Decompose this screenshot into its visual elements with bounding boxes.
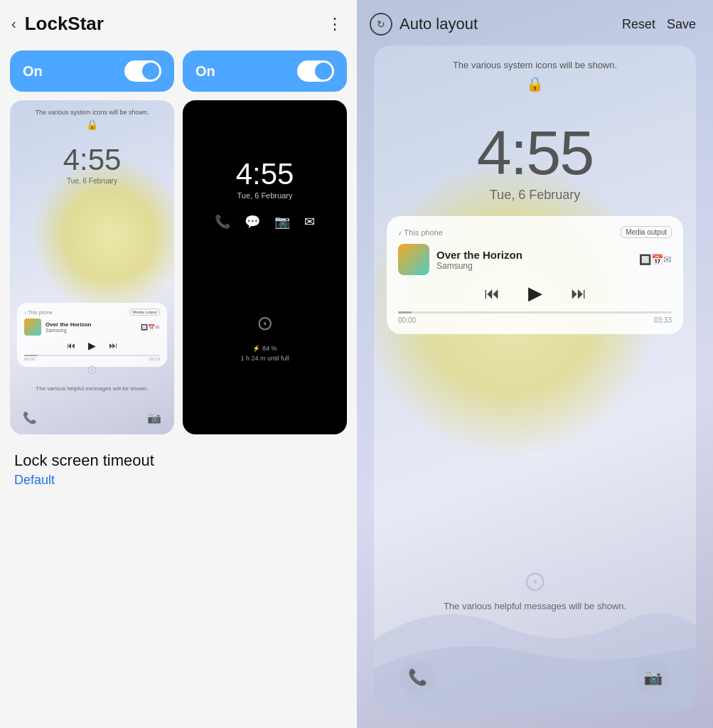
right-header-left: ↻ Auto layout <box>370 13 478 36</box>
toggle-switch-1[interactable] <box>124 60 161 82</box>
music-source-light: ♪ This phone <box>24 310 53 315</box>
music-card-light: ♪ This phone Media output Over the Horiz… <box>17 303 167 367</box>
save-button[interactable]: Save <box>667 17 696 32</box>
mcl-thumb <box>398 244 429 275</box>
play-btn-light[interactable]: ▶ <box>88 340 96 351</box>
preview-light[interactable]: The various system icons will be shown. … <box>10 100 174 434</box>
fingerprint-icon-large: ⊙ <box>523 564 547 597</box>
lock-icon-large: 🔒 <box>526 75 544 92</box>
mcl-play[interactable]: ▶ <box>528 282 542 304</box>
lock-icon-light: 🔒 <box>86 119 98 130</box>
dark-icon-msg: 💬 <box>245 214 260 230</box>
preview-dark-time: 4:55 <box>183 157 347 191</box>
music-icons-light: 🔲📅✉ <box>141 324 160 331</box>
music-title-light: Over the Horizon <box>45 321 91 328</box>
mcl-next[interactable]: ⏭ <box>571 284 586 303</box>
app-header: ‹ LockStar ⋮ <box>0 0 357 45</box>
music-progress-light <box>24 355 160 356</box>
large-top-text: The various system icons will be shown. <box>374 60 696 70</box>
preview-dark-date: Tue, 6 February <box>183 191 347 200</box>
toggle-switch-2[interactable] <box>297 60 334 82</box>
toggle-card-1[interactable]: On <box>10 50 174 92</box>
large-preview[interactable]: The various system icons will be shown. … <box>374 46 696 711</box>
large-camera-icon: 📷 <box>635 660 670 695</box>
time-end-light: 03:33 <box>149 357 160 361</box>
large-time: 4:55 <box>374 117 696 189</box>
mcl-output-btn: Media output <box>621 226 672 238</box>
preview-light-bottom-text: The various helpful messages will be sho… <box>10 385 174 392</box>
mcl-time-start: 00:00 <box>398 316 416 324</box>
battery-time: 1 h 24 m until full <box>183 354 347 364</box>
right-panel: ↻ Auto layout Reset Save The various sys… <box>357 0 713 728</box>
right-header: ↻ Auto layout Reset Save <box>357 0 713 46</box>
dark-icon-mail: ✉ <box>304 214 315 230</box>
preview-dark[interactable]: 4:55 Tue, 6 February 📞 💬 📷 ✉ ⊙ ⚡ 84 % 1 … <box>183 100 347 434</box>
music-controls-light: ⏮ ▶ ⏭ <box>24 340 160 351</box>
reset-button[interactable]: Reset <box>622 17 655 32</box>
dark-battery-info: ⚡ 84 % 1 h 24 m until full <box>183 344 347 363</box>
music-artist-light: Samsung <box>45 328 91 333</box>
fingerprint-icon-light: ⊙ <box>87 362 97 378</box>
toggle-knob-2 <box>315 63 332 80</box>
large-phone-icon: 📞 <box>400 660 435 695</box>
battery-percent: ⚡ 84 % <box>183 344 347 354</box>
mcl-artist: Samsung <box>436 261 522 271</box>
mcl-prev[interactable]: ⏮ <box>484 284 500 303</box>
toggle-card-2[interactable]: On <box>183 50 347 92</box>
large-date: Tue, 6 February <box>374 188 696 203</box>
phone-icon-light: 📞 <box>23 411 37 424</box>
dark-icon-cam: 📷 <box>274 214 290 230</box>
timeout-title: Lock screen timeout <box>14 451 343 470</box>
toggle-label-2: On <box>195 63 215 80</box>
header-left: ‹ LockStar <box>11 13 104 35</box>
back-icon[interactable]: ‹ <box>11 16 16 32</box>
dark-icon-phone: 📞 <box>215 214 230 230</box>
mcl-icons: 🔲📅✉ <box>639 254 672 265</box>
left-panel: ‹ LockStar ⋮ On On The various system ic… <box>0 0 357 728</box>
timeout-section[interactable]: Lock screen timeout Default <box>0 434 357 496</box>
right-header-title: Auto layout <box>400 15 478 33</box>
page-title: LockStar <box>25 13 104 35</box>
more-icon[interactable]: ⋮ <box>327 15 343 33</box>
fingerprint-icon-dark: ⊙ <box>257 311 273 335</box>
camera-icon-light: 📷 <box>147 411 161 424</box>
music-progress-fill-light <box>24 355 38 356</box>
timeout-default: Default <box>14 473 343 488</box>
prev-btn-light[interactable]: ⏮ <box>67 341 75 350</box>
toggle-row: On On <box>0 45 357 100</box>
mcl-controls: ⏮ ▶ ⏭ <box>398 282 672 304</box>
large-bottom-icons: 📞 📷 <box>374 660 696 695</box>
music-thumb-light <box>24 318 41 336</box>
dark-quick-icons: 📞 💬 📷 ✉ <box>183 214 347 230</box>
right-header-actions: Reset Save <box>622 17 696 32</box>
large-bottom-text: The various helpful messages will be sho… <box>374 601 696 611</box>
preview-light-bottom-icons: 📞 📷 <box>10 411 174 424</box>
mcl-time-end: 03:33 <box>654 316 672 324</box>
music-output-light: Media output <box>129 309 160 316</box>
mcl-title: Over the Horizon <box>436 249 522 261</box>
next-btn-light[interactable]: ⏭ <box>109 341 117 350</box>
music-card-large: ♪ This phone Media output Over the Horiz… <box>387 216 683 334</box>
toggle-label-1: On <box>23 63 43 80</box>
mcl-times: 00:00 03:33 <box>398 316 672 324</box>
music-times-light: 00:00 03:33 <box>24 357 160 361</box>
preview-light-top-text: The various system icons will be shown. <box>10 109 174 116</box>
preview-light-time: 4:55 <box>10 143 174 177</box>
time-start-light: 00:00 <box>24 357 35 361</box>
mcl-progress-bar <box>398 311 672 314</box>
toggle-knob-1 <box>142 63 159 80</box>
preview-light-date: Tue, 6 February <box>10 177 174 185</box>
preview-row: The various system icons will be shown. … <box>0 100 357 434</box>
mcl-source: ♪ This phone <box>398 228 443 237</box>
mcl-progress-fill <box>398 311 412 314</box>
auto-layout-icon: ↻ <box>370 13 392 36</box>
